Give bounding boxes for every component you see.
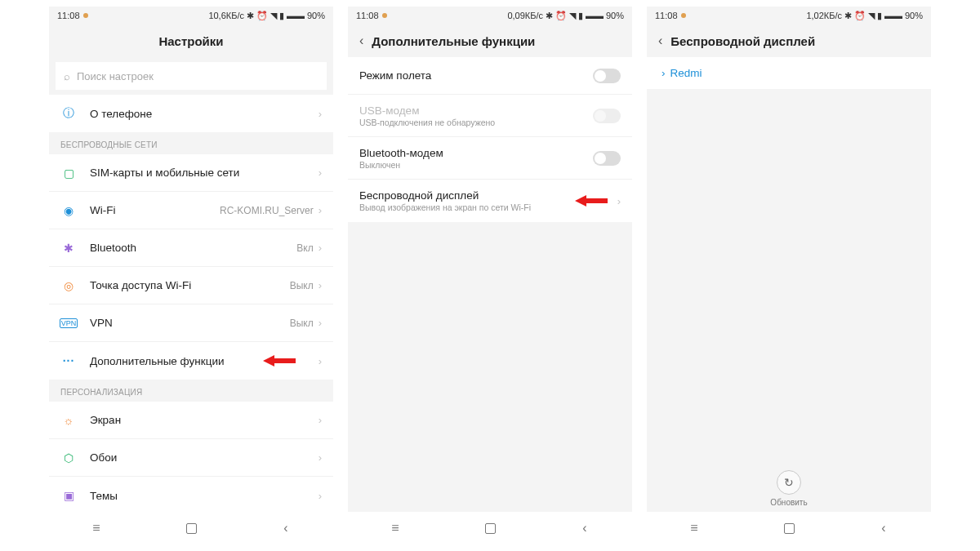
nav-recent-button[interactable]: ≡ bbox=[685, 519, 703, 537]
notification-dot-icon bbox=[83, 13, 88, 18]
nav-recent-button[interactable]: ≡ bbox=[386, 519, 404, 537]
battery-icon: ▬▬ bbox=[884, 11, 902, 20]
bluetooth-value: Вкл bbox=[296, 242, 313, 254]
nav-bar: ≡ ‹ bbox=[647, 512, 931, 544]
row-usb-tethering: USB-модем USB-подключения не обнаружено bbox=[348, 95, 632, 137]
row-bluetooth[interactable]: ✱ Bluetooth Вкл › bbox=[49, 229, 333, 267]
status-bar: 11:08 1,02КБ/с ✱ ⏰ ◥ ▮ ▬▬ 90% bbox=[647, 7, 931, 24]
row-airplane-mode[interactable]: Режим полета bbox=[348, 57, 632, 95]
bluetooth-icon: ✱ bbox=[546, 11, 553, 21]
airplane-toggle[interactable] bbox=[593, 69, 621, 83]
bt-tether-toggle[interactable] bbox=[593, 151, 621, 166]
chevron-right-icon: › bbox=[617, 195, 621, 207]
nav-home-button[interactable] bbox=[780, 519, 798, 537]
row-about-phone[interactable]: ⓘ О телефоне › bbox=[49, 95, 333, 132]
bluetooth-icon: ✱ bbox=[844, 11, 852, 21]
section-personalization: ПЕРСОНАЛИЗАЦИЯ bbox=[49, 380, 333, 402]
bluetooth-icon: ✱ bbox=[60, 242, 77, 255]
chevron-right-icon: › bbox=[318, 451, 322, 464]
vpn-icon: VPN bbox=[60, 318, 77, 328]
image-icon: ⬡ bbox=[60, 451, 77, 464]
nav-back-button[interactable]: ‹ bbox=[576, 519, 594, 537]
nav-home-button[interactable] bbox=[481, 519, 499, 537]
search-input[interactable]: ⌕ Поиск настроек bbox=[56, 62, 327, 90]
wifi-value: RC-KOMI.RU_Server bbox=[220, 205, 314, 216]
notification-dot-icon bbox=[681, 13, 686, 18]
chevron-right-icon: › bbox=[318, 490, 322, 502]
info-icon: ⓘ bbox=[60, 106, 77, 121]
device-redmi[interactable]: › Redmi bbox=[647, 57, 931, 89]
device-name: Redmi bbox=[670, 67, 702, 79]
battery-percent: 90% bbox=[905, 11, 923, 20]
signal-icon: ▮ bbox=[877, 11, 882, 21]
row-themes[interactable]: ▣ Темы › bbox=[49, 477, 333, 514]
hotspot-value: Выкл bbox=[290, 280, 314, 291]
header-bar: Настройки bbox=[49, 24, 333, 57]
vpn-value: Выкл bbox=[290, 318, 314, 329]
row-sim-cards[interactable]: ▢ SIM-карты и мобильные сети › bbox=[49, 154, 333, 192]
wifi-icon: ◥ bbox=[868, 11, 875, 21]
row-vpn[interactable]: VPN VPN Выкл › bbox=[49, 304, 333, 342]
back-button[interactable]: ‹ bbox=[359, 33, 363, 48]
nav-bar: ≡ ‹ bbox=[348, 512, 632, 544]
screen-wireless-display: 11:08 1,02КБ/с ✱ ⏰ ◥ ▮ ▬▬ 90% ‹ Беспрово… bbox=[647, 7, 931, 544]
chevron-right-icon: › bbox=[318, 242, 322, 254]
nav-back-button[interactable]: ‹ bbox=[875, 519, 893, 537]
back-button[interactable]: ‹ bbox=[658, 33, 662, 48]
battery-icon: ▬▬ bbox=[287, 11, 305, 20]
nav-bar: ≡ ‹ bbox=[49, 512, 333, 544]
chevron-right-icon: › bbox=[318, 167, 322, 179]
row-wireless-display[interactable]: Беспроводной дисплей Вывод изображения н… bbox=[348, 180, 632, 222]
screen-additional-functions: 11:08 0,09КБ/с ✱ ⏰ ◥ ▮ ▬▬ 90% ‹ Дополнит… bbox=[348, 7, 632, 544]
search-icon: ⌕ bbox=[64, 70, 70, 82]
chevron-right-icon: › bbox=[318, 204, 322, 216]
row-bluetooth-tethering[interactable]: Bluetooth-модем Выключен bbox=[348, 137, 632, 180]
hotspot-icon: ◎ bbox=[60, 279, 77, 292]
sun-icon: ☼ bbox=[60, 414, 77, 427]
theme-icon: ▣ bbox=[60, 489, 77, 502]
status-bar: 11:08 0,09КБ/с ✱ ⏰ ◥ ▮ ▬▬ 90% bbox=[348, 7, 632, 24]
status-bar: 11:08 10,6КБ/с ✱ ⏰ ◥ ▮ ▬▬ 90% bbox=[49, 7, 333, 24]
wifi-icon: ◥ bbox=[569, 11, 576, 21]
screen-settings: 11:08 10,6КБ/с ✱ ⏰ ◥ ▮ ▬▬ 90% Настройки … bbox=[49, 7, 333, 544]
data-rate: 10,6КБ/с bbox=[208, 11, 244, 20]
battery-percent: 90% bbox=[307, 11, 325, 20]
page-title: Настройки bbox=[158, 34, 223, 48]
data-rate: 1,02КБ/с bbox=[806, 11, 842, 20]
notification-dot-icon bbox=[382, 13, 387, 18]
page-title: Беспроводной дисплей bbox=[670, 34, 815, 48]
signal-icon: ▮ bbox=[578, 11, 583, 21]
chevron-right-icon: › bbox=[318, 108, 322, 120]
row-hotspot[interactable]: ◎ Точка доступа Wi-Fi Выкл › bbox=[49, 267, 333, 304]
battery-icon: ▬▬ bbox=[586, 11, 604, 20]
data-rate: 0,09КБ/с bbox=[507, 11, 543, 20]
refresh-icon: ↻ bbox=[784, 476, 794, 489]
row-additional-functions[interactable]: ··· Дополнительные функции › bbox=[49, 342, 333, 380]
more-icon: ··· bbox=[60, 354, 77, 367]
header-bar: ‹ Дополнительные функции bbox=[348, 24, 632, 57]
alarm-icon: ⏰ bbox=[555, 11, 567, 21]
row-wallpaper[interactable]: ⬡ Обои › bbox=[49, 439, 333, 477]
header-bar: ‹ Беспроводной дисплей bbox=[647, 24, 931, 57]
row-display[interactable]: ☼ Экран › bbox=[49, 402, 333, 439]
chevron-right-icon: › bbox=[662, 67, 666, 79]
battery-percent: 90% bbox=[606, 11, 624, 20]
status-time: 11:08 bbox=[655, 11, 678, 20]
search-placeholder: Поиск настроек bbox=[77, 70, 154, 82]
row-wifi[interactable]: ◉ Wi-Fi RC-KOMI.RU_Server › bbox=[49, 192, 333, 229]
usb-tether-toggle bbox=[593, 109, 621, 123]
nav-home-button[interactable] bbox=[182, 519, 200, 537]
alarm-icon: ⏰ bbox=[854, 11, 866, 21]
wifi-icon: ◥ bbox=[270, 11, 277, 21]
nav-recent-button[interactable]: ≡ bbox=[87, 519, 105, 537]
chevron-right-icon: › bbox=[318, 414, 322, 426]
status-time: 11:08 bbox=[57, 11, 80, 20]
nav-back-button[interactable]: ‹ bbox=[277, 519, 295, 537]
status-time: 11:08 bbox=[356, 11, 379, 20]
signal-icon: ▮ bbox=[279, 11, 284, 21]
page-title: Дополнительные функции bbox=[372, 34, 535, 48]
wifi-icon: ◉ bbox=[60, 204, 77, 217]
bluetooth-icon: ✱ bbox=[247, 11, 254, 21]
refresh-button[interactable]: ↻ bbox=[777, 470, 801, 495]
chevron-right-icon: › bbox=[318, 355, 322, 367]
